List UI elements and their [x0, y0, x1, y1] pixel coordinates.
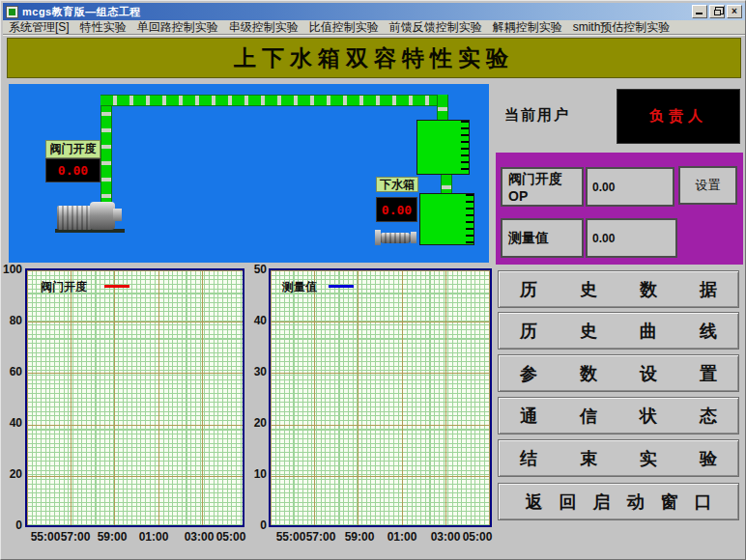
left-chart-ytick: 60: [1, 365, 22, 378]
left-chart-ytick: 80: [1, 314, 22, 327]
left-chart-ytick: 40: [1, 416, 22, 430]
return-start-window-button[interactable]: 返回启动窗口: [498, 483, 739, 520]
current-user-label: 当前用户: [504, 106, 570, 125]
minimize-icon: [696, 13, 703, 14]
restore-button[interactable]: [709, 5, 725, 18]
page-title: 上下水箱双容特性实验: [234, 43, 514, 73]
restore-icon: [714, 10, 721, 15]
title-bar: mcgs教育版—组态工程 ×: [3, 3, 745, 20]
menu-bar: 系统管理[S] 特性实验 单回路控制实验 串级控制实验 比值控制实验 前馈反馈控…: [3, 20, 745, 35]
close-icon: ×: [728, 5, 741, 18]
right-chart-ytick: 10: [245, 467, 267, 481]
close-button[interactable]: ×: [727, 5, 742, 18]
upper-tank: [416, 120, 470, 175]
pipe-pump-riser: [100, 99, 112, 208]
menu-cascade[interactable]: 串级控制实验: [229, 19, 299, 36]
current-user-display: 负责人: [617, 89, 740, 144]
measure-label: 测量值: [501, 218, 584, 258]
comm-status-button[interactable]: 通信状态: [498, 397, 739, 434]
left-chart-xtick: 59:00: [98, 530, 128, 544]
pipe-top-horizontal: [100, 95, 448, 106]
menu-single-loop[interactable]: 单回路控制实验: [137, 19, 218, 36]
valve-op-input[interactable]: 0.00: [586, 167, 674, 207]
lower-tank-scale: [466, 194, 473, 244]
lower-tank: [419, 193, 474, 245]
parameter-settings-button[interactable]: 参数设置: [498, 354, 739, 392]
menu-smith[interactable]: smith预估控制实验: [573, 19, 671, 36]
measure-value-display: 0.00: [586, 218, 677, 258]
valve-legend-line: [104, 285, 129, 288]
valve-opening-display: 0.00: [45, 158, 100, 182]
valve-legend-label: 阀门开度: [41, 279, 87, 295]
menu-system-manage[interactable]: 系统管理[S]: [9, 19, 70, 36]
valve-opening-tag: 阀门开度: [45, 140, 100, 158]
right-chart-xtick: 05:00: [463, 530, 493, 544]
experiment-title-banner: 上下水箱双容特性实验: [7, 38, 741, 78]
pump-head: [90, 202, 115, 230]
measure-legend-label: 测量值: [282, 279, 317, 295]
valve-op-label: 阀门开度OP: [501, 167, 584, 207]
left-chart-ytick: 100: [1, 263, 22, 276]
left-chart-ytick: 0: [1, 518, 22, 532]
menu-characteristic-exp[interactable]: 特性实验: [80, 19, 127, 36]
right-chart-xtick: 57:00: [306, 530, 336, 544]
right-chart-ytick: 50: [245, 263, 267, 276]
right-chart-ytick: 20: [245, 416, 267, 430]
left-chart-xtick: 05:00: [216, 530, 246, 544]
mcgs-window: mcgs教育版—组态工程 × 系统管理[S] 特性实验 单回路控制实验 串级控制…: [0, 0, 746, 560]
set-button[interactable]: 设置: [678, 166, 737, 205]
valve-trend-plot: 阀门开度: [25, 268, 244, 527]
measure-legend-line: [329, 285, 354, 288]
minimize-button[interactable]: [692, 5, 707, 18]
left-chart-ytick: 20: [1, 467, 22, 481]
app-icon: [6, 6, 18, 18]
menu-ratio[interactable]: 比值控制实验: [309, 19, 379, 36]
history-curve-button[interactable]: 历史曲线: [498, 312, 739, 350]
left-chart-xtick: 55:00: [31, 530, 61, 544]
drain-pump-cap: [375, 230, 381, 245]
history-data-button[interactable]: 历史数据: [498, 270, 739, 308]
left-chart-xtick: 57:00: [61, 530, 91, 544]
end-experiment-button[interactable]: 结束实验: [498, 439, 739, 477]
right-chart-xtick: 01:00: [387, 530, 417, 544]
right-chart-ytick: 40: [245, 314, 267, 327]
menu-decoupling[interactable]: 解耦控制实验: [493, 19, 562, 36]
left-chart-xtick: 03:00: [185, 530, 215, 544]
pipe-upper-tank-inlet: [437, 95, 448, 122]
menu-feedforward[interactable]: 前馈反馈控制实验: [389, 19, 482, 36]
right-chart-ytick: 0: [245, 518, 267, 532]
lower-tank-display: 0.00: [376, 197, 417, 222]
pump-motor: [57, 206, 92, 230]
right-chart-xtick: 03:00: [431, 530, 461, 544]
window-title: mcgs教育版—组态工程: [22, 5, 141, 19]
drain-pump: [380, 233, 411, 243]
left-chart-xtick: 01:00: [139, 530, 169, 544]
pump-nozzle: [113, 209, 122, 221]
lower-tank-tag: 下水箱: [376, 177, 418, 192]
right-chart-xtick: 59:00: [345, 530, 375, 544]
upper-tank-scale: [461, 121, 469, 174]
right-chart-ytick: 30: [245, 365, 267, 378]
process-diagram: 阀门开度 0.00 下水箱 0.00: [9, 84, 489, 263]
right-chart-xtick: 55:00: [276, 530, 306, 544]
drain-valve: [411, 232, 416, 243]
measure-trend-plot: 测量值: [269, 268, 492, 527]
